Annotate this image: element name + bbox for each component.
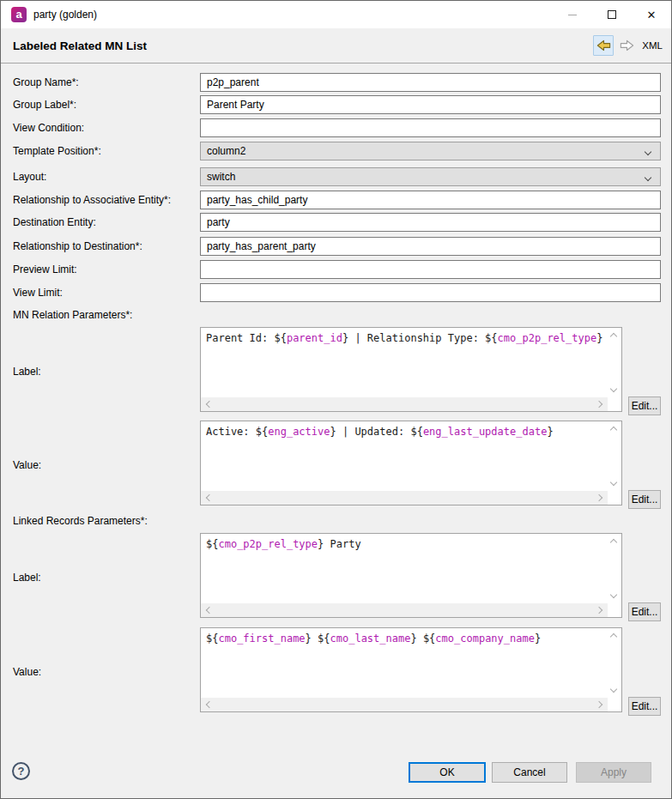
field-label-preview-limit: Preview Limit: <box>13 260 77 279</box>
window-title: party (golden) <box>33 9 97 21</box>
scroll-left-icon[interactable] <box>206 701 213 708</box>
scroll-up-icon[interactable] <box>610 539 617 546</box>
field-label-view-limit: View Limit: <box>13 283 63 302</box>
scroll-right-icon[interactable] <box>596 494 602 501</box>
back-arrow-icon <box>596 39 612 52</box>
scroll-right-icon[interactable] <box>596 607 602 614</box>
field-label-linked-value: Value: <box>13 663 41 681</box>
field-label-rel-associative: Relationship to Associative Entity*: <box>13 191 171 209</box>
horizontal-scrollbar[interactable] <box>201 491 608 505</box>
minimize-button[interactable] <box>553 1 592 28</box>
page-title: Labeled Related MN List <box>13 39 147 52</box>
view-condition-input[interactable] <box>200 118 661 137</box>
mn-value-code-editor[interactable]: Active: ${eng_active} | Updated: ${eng_l… <box>200 421 622 505</box>
group-label-input[interactable] <box>200 95 661 114</box>
layout-value: switch <box>207 171 235 183</box>
scroll-down-icon[interactable] <box>610 591 617 598</box>
layout-select[interactable]: switch <box>200 167 661 186</box>
view-limit-input[interactable] <box>200 283 661 302</box>
chevron-down-icon <box>645 148 651 155</box>
minimize-icon <box>568 15 577 15</box>
code-text[interactable]: Parent Id: ${parent_id} | Relationship T… <box>201 328 608 397</box>
scroll-down-icon[interactable] <box>610 385 617 392</box>
template-position-select[interactable]: column2 <box>200 142 661 160</box>
template-position-value: column2 <box>207 145 245 157</box>
scroll-right-icon[interactable] <box>596 401 602 408</box>
vertical-scrollbar[interactable] <box>608 534 621 603</box>
horizontal-scrollbar[interactable] <box>201 397 608 411</box>
app-icon: a <box>11 7 27 22</box>
destination-entity-input[interactable] <box>200 213 661 232</box>
back-button[interactable] <box>593 35 614 56</box>
forward-arrow-icon <box>619 39 635 52</box>
scroll-left-icon[interactable] <box>206 607 213 614</box>
field-label-destination-entity: Destination Entity: <box>13 213 96 232</box>
ok-button[interactable]: OK <box>409 762 486 783</box>
close-button[interactable]: ✕ <box>632 1 671 28</box>
help-button[interactable]: ? <box>12 762 30 780</box>
scroll-up-icon[interactable] <box>610 427 617 433</box>
field-label-layout: Layout: <box>13 167 46 186</box>
linked-label-code-editor[interactable]: ${cmo_p2p_rel_type} Party <box>200 533 622 618</box>
field-label-group-name: Group Name*: <box>13 73 79 92</box>
linked-value-code-editor[interactable]: ${cmo_first_name} ${cmo_last_name} ${cmo… <box>200 627 622 712</box>
mn-label-code-editor[interactable]: Parent Id: ${parent_id} | Relationship T… <box>200 327 622 412</box>
dialog-header: Labeled Related MN List XML <box>1 28 671 64</box>
relationship-associative-input[interactable] <box>200 191 661 209</box>
cancel-button[interactable]: Cancel <box>492 762 567 783</box>
field-label-mn-label: Label: <box>13 362 41 381</box>
group-name-input[interactable] <box>200 73 661 92</box>
field-label-linked-label: Label: <box>13 568 41 587</box>
scroll-down-icon[interactable] <box>610 479 617 486</box>
apply-button[interactable]: Apply <box>576 762 651 783</box>
window-controls: ✕ <box>553 1 671 28</box>
relationship-destination-input[interactable] <box>200 237 661 256</box>
field-label-template-position: Template Position*: <box>13 142 101 160</box>
edit-linked-label-button[interactable]: Edit... <box>628 602 661 621</box>
preview-limit-input[interactable] <box>200 260 661 279</box>
vertical-scrollbar[interactable] <box>608 328 621 397</box>
close-icon: ✕ <box>647 9 657 21</box>
field-label-group-label: Group Label*: <box>13 95 76 114</box>
scroll-up-icon[interactable] <box>610 333 617 340</box>
dialog-window: a party (golden) ✕ Labeled Related MN Li… <box>0 0 672 799</box>
forward-button[interactable] <box>616 35 637 56</box>
scroll-left-icon[interactable] <box>206 401 213 408</box>
scroll-up-icon[interactable] <box>610 633 617 640</box>
vertical-scrollbar[interactable] <box>608 628 621 698</box>
horizontal-scrollbar[interactable] <box>201 698 608 711</box>
code-text[interactable]: Active: ${eng_active} | Updated: ${eng_l… <box>201 421 608 491</box>
section-label-linked-records-parameters: Linked Records Parameters*: <box>13 514 148 528</box>
scroll-down-icon[interactable] <box>610 686 617 693</box>
edit-linked-value-button[interactable]: Edit... <box>628 697 661 716</box>
scroll-right-icon[interactable] <box>596 701 602 708</box>
scroll-left-icon[interactable] <box>206 494 213 501</box>
section-label-mn-relation-parameters: MN Relation Parameters*: <box>13 308 132 322</box>
edit-mn-value-button[interactable]: Edit... <box>628 490 661 509</box>
xml-link[interactable]: XML <box>642 40 663 51</box>
horizontal-scrollbar[interactable] <box>201 603 608 617</box>
edit-mn-label-button[interactable]: Edit... <box>628 396 661 415</box>
field-label-rel-destination: Relationship to Destination*: <box>13 237 142 256</box>
vertical-scrollbar[interactable] <box>608 421 621 491</box>
field-label-view-condition: View Condition: <box>13 118 84 137</box>
code-text[interactable]: ${cmo_p2p_rel_type} Party <box>201 534 608 603</box>
code-text[interactable]: ${cmo_first_name} ${cmo_last_name} ${cmo… <box>201 628 608 698</box>
field-label-mn-value: Value: <box>13 456 41 475</box>
maximize-icon <box>608 10 616 19</box>
title-bar: a party (golden) ✕ <box>1 1 671 28</box>
header-nav: XML <box>593 28 663 63</box>
help-icon: ? <box>18 765 25 778</box>
chevron-down-icon <box>645 174 651 181</box>
maximize-button[interactable] <box>592 1 632 28</box>
